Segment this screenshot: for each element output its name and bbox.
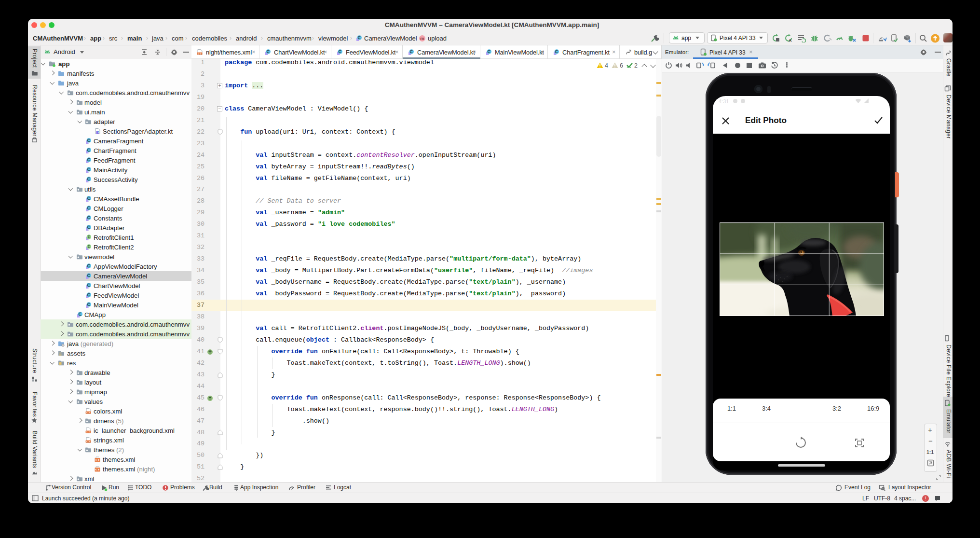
svg-text:A: A <box>789 38 792 42</box>
